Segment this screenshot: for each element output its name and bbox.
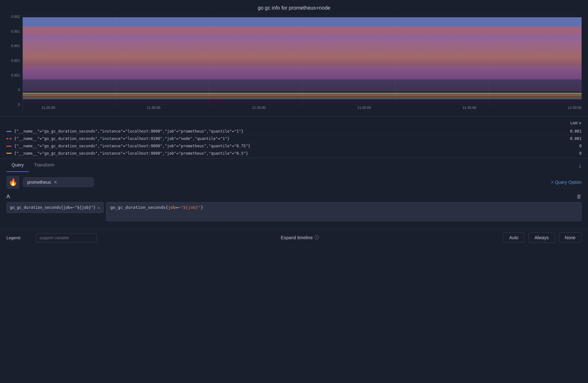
query-expr-label-key: job: [168, 205, 175, 210]
list-item: {"__name__"="go_gc_duration_seconds","in…: [6, 143, 582, 150]
legend-label-2: {"__name__"="go_gc_duration_seconds","in…: [14, 136, 563, 141]
svg-rect-13: [23, 17, 582, 26]
query-tag[interactable]: go_gc_duration_seconds{job=~"${job}"} ✕: [6, 202, 104, 213]
y-axis: 0.002 0.001 0.001 0.001 0.001 0 0: [6, 15, 22, 114]
chart-title: go gc info for prometheus+node: [6, 5, 582, 15]
support-variable-input[interactable]: [36, 233, 97, 242]
query-letter-row: A 🗑: [6, 192, 582, 202]
query-letter: A: [6, 194, 10, 200]
legend-value-1: 0.001: [566, 129, 582, 134]
legend-area: Last ∨ {"__name__"="go_gc_duration_secon…: [0, 117, 588, 157]
tabs-bar: Query Transform ↓: [0, 158, 588, 172]
query-editor-row: go_gc_duration_seconds{job=~"${job}"} ✕ …: [6, 202, 582, 221]
svg-rect-25: [23, 100, 582, 104]
query-tag-text: go_gc_duration_seconds{job=~"${job}"}: [10, 205, 96, 210]
chart-container: go gc info for prometheus+node 0.002 0.0…: [0, 0, 588, 114]
legend-label-4: {"__name__"="go_gc_duration_seconds","in…: [14, 151, 563, 156]
query-expr-label-value: "${job}": [181, 205, 201, 210]
query-expr-op: =~: [176, 205, 181, 210]
legend-value-4: 0: [566, 151, 582, 156]
x-axis: 11:25:00 11:30:00 11:35:00 11:40:00 11:4…: [41, 104, 582, 110]
legend-label-1: {"__name__"="go_gc_duration_seconds","in…: [14, 129, 563, 134]
query-editor-main[interactable]: go_gc_duration_seconds{job=~"${job}"}: [106, 202, 582, 221]
svg-rect-14: [23, 26, 582, 35]
tabs-left: Query Transform: [6, 159, 59, 172]
chart-canvas: 11:25:00 11:30:00 11:35:00 11:40:00 11:4…: [22, 15, 582, 114]
legend-value-2: 0.001: [566, 136, 582, 141]
legend-label-3: {"__name__"="go_gc_duration_seconds","in…: [14, 144, 563, 148]
bottom-bar: Legend Expand timeline ⓘ Auto Always Non…: [0, 229, 588, 246]
legend-color-4: [6, 153, 12, 154]
datasource-input[interactable]: prometheus ✕: [23, 177, 94, 187]
expand-timeline-label: Expand timeline: [281, 235, 313, 240]
chart-svg: [23, 15, 582, 104]
trash-icon[interactable]: 🗑: [576, 194, 582, 200]
svg-rect-16: [23, 66, 582, 92]
datasource-close-icon[interactable]: ✕: [54, 180, 57, 185]
query-panel: 🔥 prometheus ✕ > Query Option A 🗑 go_gc_…: [0, 172, 588, 225]
legend-header: Last ∨: [6, 119, 582, 128]
query-option-arrow: >: [551, 180, 554, 185]
legend-color-3: [6, 146, 12, 147]
legend-color-2: [6, 138, 12, 139]
list-item: {"__name__"="go_gc_duration_seconds","in…: [6, 128, 582, 135]
query-option-label: Query Option: [555, 180, 582, 185]
tab-query[interactable]: Query: [6, 159, 29, 172]
tab-arrow-icon[interactable]: ↓: [578, 162, 582, 169]
expand-timeline-section: Expand timeline ⓘ: [101, 235, 499, 240]
query-expr-metric: go_gc_duration_seconds{: [110, 205, 168, 210]
query-expr-close: }: [201, 205, 203, 210]
auto-button[interactable]: Auto: [503, 232, 525, 243]
info-icon[interactable]: ⓘ: [315, 235, 319, 240]
datasource-name-label: prometheus: [27, 180, 51, 185]
tab-transform[interactable]: Transform: [29, 159, 59, 172]
chart-area: 0.002 0.001 0.001 0.001 0.001 0 0: [6, 15, 582, 114]
datasource-icon[interactable]: 🔥: [6, 176, 19, 189]
list-item: {"__name__"="go_gc_duration_seconds","in…: [6, 135, 582, 143]
always-button[interactable]: Always: [528, 232, 555, 243]
legend-color-1: [6, 131, 12, 132]
query-tag-close-icon[interactable]: ✕: [97, 205, 100, 210]
none-button[interactable]: None: [559, 232, 582, 243]
list-item: {"__name__"="go_gc_duration_seconds","in…: [6, 150, 582, 157]
query-option-link[interactable]: > Query Option: [551, 180, 582, 185]
legend-header-label[interactable]: Last ∨: [570, 121, 582, 125]
legend-value-3: 0: [566, 144, 582, 148]
legend-label-static: Legend: [6, 235, 32, 240]
flame-icon: 🔥: [9, 178, 17, 186]
datasource-row: 🔥 prometheus ✕ > Query Option: [6, 176, 582, 189]
